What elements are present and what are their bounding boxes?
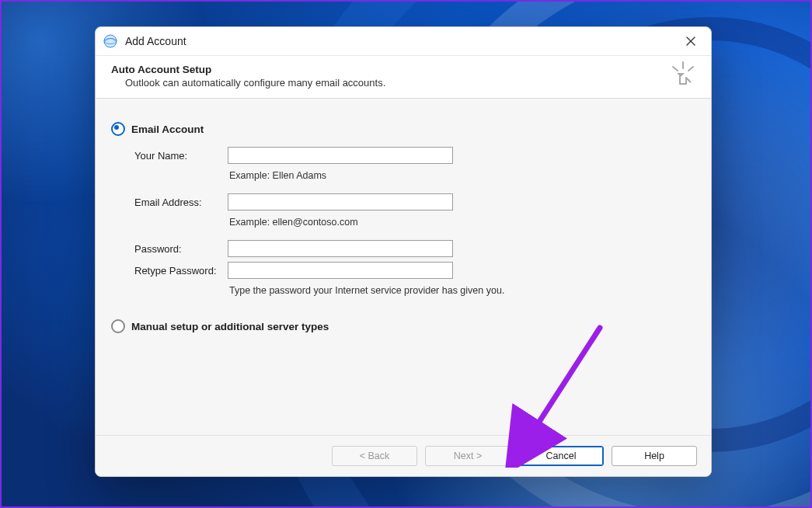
next-button[interactable]: Next > xyxy=(425,446,511,466)
retype-password-label: Retype Password: xyxy=(134,265,228,277)
password-label: Password: xyxy=(134,243,228,255)
retype-password-hint: Type the password your Internet service … xyxy=(228,284,556,304)
radio-email-account[interactable] xyxy=(111,122,125,136)
back-button[interactable]: < Back xyxy=(332,446,417,466)
wizard-content: Email Account Your Name: Example: Ellen … xyxy=(96,99,711,435)
help-button-label: Help xyxy=(644,451,664,461)
cancel-button-label: Cancel xyxy=(546,451,577,461)
wizard-header-title: Auto Account Setup xyxy=(111,64,695,75)
titlebar: Add Account xyxy=(96,27,711,56)
retype-password-input[interactable] xyxy=(228,262,453,279)
help-button[interactable]: Help xyxy=(612,446,697,466)
next-button-label: Next > xyxy=(454,451,482,461)
wizard-header-icon xyxy=(669,61,697,91)
cancel-button[interactable]: Cancel xyxy=(518,446,604,466)
email-label: Email Address: xyxy=(134,197,228,208)
option-email-account-label: Email Account xyxy=(131,124,204,135)
radio-manual-setup[interactable] xyxy=(111,319,125,333)
wizard-header-subtitle: Outlook can automatically configure many… xyxy=(125,77,695,89)
option-manual-setup-label: Manual setup or additional server types xyxy=(131,321,329,332)
your-name-label: Your Name: xyxy=(134,150,228,162)
dialog-title: Add Account xyxy=(125,35,186,47)
close-icon xyxy=(686,37,695,46)
wizard-button-row: < Back Next > Cancel Help xyxy=(96,435,711,476)
wizard-header: Auto Account Setup Outlook can automatic… xyxy=(96,56,711,99)
your-name-input[interactable] xyxy=(228,147,453,164)
svg-point-0 xyxy=(104,35,117,47)
email-hint: Example: ellen@contoso.com xyxy=(228,215,461,235)
add-account-dialog: Add Account Auto Account Setup Outlook c… xyxy=(95,26,712,477)
back-button-label: < Back xyxy=(360,451,390,461)
desktop-background: Add Account Auto Account Setup Outlook c… xyxy=(0,0,812,508)
close-button[interactable] xyxy=(675,30,706,53)
email-form: Your Name: Example: Ellen Adams Email Ad… xyxy=(134,147,695,304)
svg-line-3 xyxy=(673,67,678,71)
email-input[interactable] xyxy=(228,193,453,211)
svg-line-4 xyxy=(688,67,693,71)
option-email-account[interactable]: Email Account xyxy=(111,122,695,136)
password-input[interactable] xyxy=(228,240,453,257)
option-manual-setup[interactable]: Manual setup or additional server types xyxy=(111,319,695,333)
your-name-hint: Example: Ellen Adams xyxy=(228,169,461,189)
outlook-app-icon xyxy=(103,34,117,48)
